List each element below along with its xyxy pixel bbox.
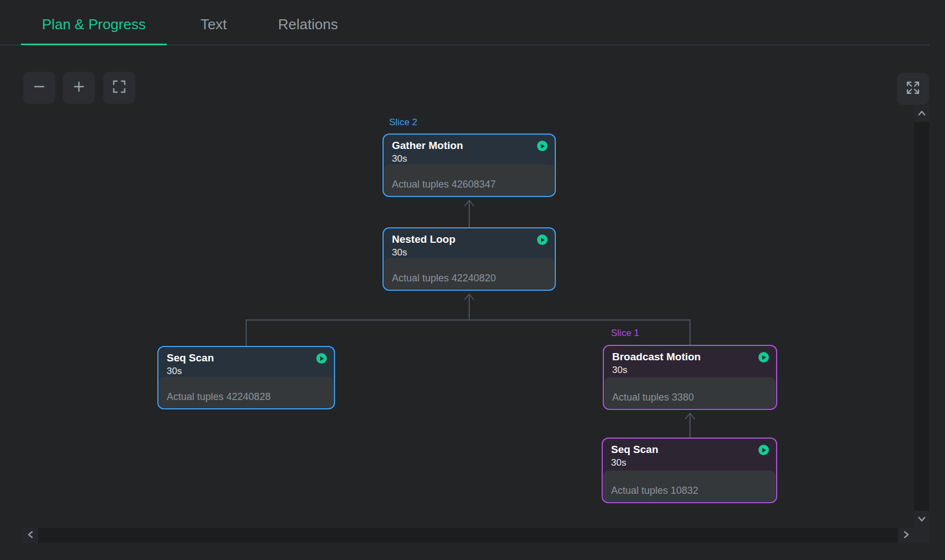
node-actual-tuples: Actual tuples 42608347: [392, 179, 496, 190]
play-icon: [758, 445, 769, 455]
fullscreen-button[interactable]: [897, 73, 929, 105]
zoom-out-button[interactable]: [23, 72, 55, 104]
play-icon: [537, 234, 548, 245]
node-stats-panel: Actual tuples 3380: [604, 377, 776, 408]
zoom-in-button[interactable]: [63, 72, 95, 104]
slice-1-label: Slice 1: [611, 328, 639, 339]
node-actual-tuples: Actual tuples 10832: [611, 485, 698, 497]
node-actual-tuples: Actual tuples 42240828: [167, 391, 270, 403]
play-icon: [316, 353, 327, 364]
scroll-left-button[interactable]: [22, 528, 38, 543]
scroll-right-button[interactable]: [898, 528, 914, 543]
zoom-in-icon: [71, 78, 87, 97]
node-stats-panel: Actual tuples 42240820: [384, 258, 554, 289]
scrollbar-corner: [914, 528, 929, 543]
node-duration: 30s: [611, 457, 768, 468]
node-stats-panel: Actual tuples 42240828: [159, 377, 333, 408]
zoom-out-icon: [31, 78, 47, 97]
fullscreen-icon: [904, 79, 922, 99]
active-tab-underline: [21, 44, 167, 45]
plan-node-seq-scan-left[interactable]: Seq Scan 30s Actual tuples 42240828: [157, 346, 335, 409]
node-duration: 30s: [167, 366, 326, 377]
node-stats-panel: Actual tuples 42608347: [384, 164, 554, 195]
node-duration: 30s: [392, 247, 546, 258]
node-title: Gather Motion: [392, 140, 530, 152]
vertical-scrollbar[interactable]: [914, 105, 929, 528]
tab-text[interactable]: Text: [167, 16, 261, 33]
node-actual-tuples: Actual tuples 3380: [612, 392, 694, 403]
fit-view-icon: [111, 78, 128, 97]
node-duration: 30s: [612, 365, 768, 376]
plan-node-broadcast-motion[interactable]: Broadcast Motion 30s Actual tuples 3380: [603, 345, 777, 410]
node-title: Broadcast Motion: [612, 351, 752, 363]
chevron-left-icon: [27, 530, 34, 541]
plan-node-nested-loop[interactable]: Nested Loop 30s Actual tuples 42240820: [383, 227, 556, 291]
plan-node-gather-motion[interactable]: Gather Motion 30s Actual tuples 42608347: [383, 134, 556, 197]
scroll-down-button[interactable]: [914, 511, 929, 528]
play-icon: [537, 141, 548, 151]
chevron-down-icon: [917, 515, 926, 525]
fit-view-button[interactable]: [103, 72, 135, 104]
node-stats-panel: Actual tuples 10832: [603, 471, 776, 502]
node-duration: 30s: [392, 153, 546, 164]
node-title: Seq Scan: [167, 352, 310, 364]
play-icon: [758, 352, 769, 362]
scroll-up-button[interactable]: [914, 105, 929, 122]
chevron-right-icon: [903, 530, 910, 541]
node-actual-tuples: Actual tuples 42240820: [392, 273, 496, 284]
chevron-up-icon: [917, 109, 926, 119]
slice-2-label: Slice 2: [389, 117, 417, 128]
horizontal-scrollbar[interactable]: [22, 528, 914, 543]
tab-bar: Plan & Progress Text Relations: [0, 0, 930, 45]
node-title: Seq Scan: [611, 444, 752, 456]
plan-node-seq-scan-bottom[interactable]: Seq Scan 30s Actual tuples 10832: [602, 438, 777, 503]
tab-relations[interactable]: Relations: [261, 16, 355, 33]
node-title: Nested Loop: [392, 233, 530, 246]
tab-plan-progress[interactable]: Plan & Progress: [21, 16, 167, 33]
